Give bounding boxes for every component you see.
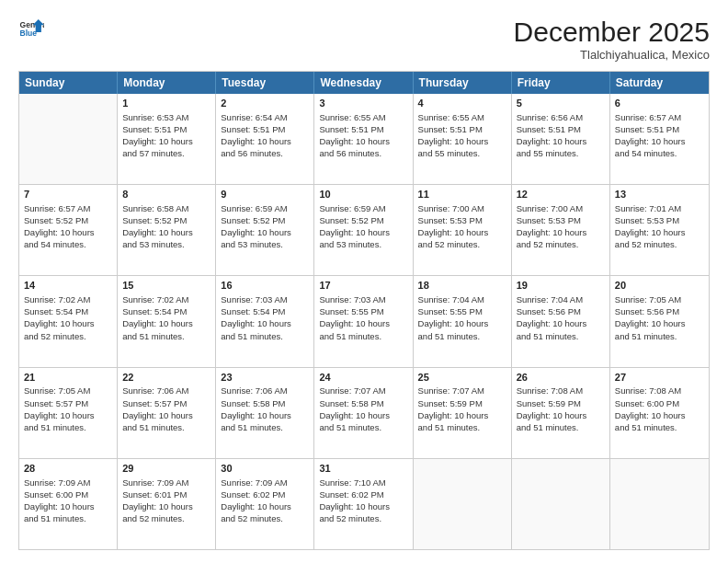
header: General Blue December 2025 Tlalchiyahual…: [18, 17, 710, 62]
day-info: Sunrise: 7:00 AM Sunset: 5:53 PM Dayligh…: [517, 202, 605, 250]
cal-cell: 21Sunrise: 7:05 AM Sunset: 5:57 PM Dayli…: [19, 368, 118, 458]
day-info: Sunrise: 6:53 AM Sunset: 5:51 PM Dayligh…: [122, 111, 210, 159]
week-row-3: 14Sunrise: 7:02 AM Sunset: 5:54 PM Dayli…: [19, 275, 709, 366]
day-number: 22: [122, 371, 210, 385]
day-number: 12: [517, 188, 605, 201]
day-number: 1: [122, 97, 210, 110]
day-number: 3: [319, 97, 407, 110]
day-info: Sunrise: 7:10 AM Sunset: 6:02 PM Dayligh…: [319, 477, 407, 524]
cal-cell: 18Sunrise: 7:04 AM Sunset: 5:55 PM Dayli…: [414, 276, 512, 366]
header-day-thursday: Thursday: [414, 72, 512, 94]
day-number: 21: [24, 371, 112, 385]
day-info: Sunrise: 6:59 AM Sunset: 5:52 PM Dayligh…: [319, 202, 407, 250]
cal-cell: [512, 459, 610, 549]
header-day-sunday: Sunday: [19, 72, 118, 94]
day-number: 17: [319, 279, 407, 293]
logo: General Blue: [18, 17, 44, 42]
header-day-tuesday: Tuesday: [216, 72, 314, 94]
cal-cell: 4Sunrise: 6:55 AM Sunset: 5:51 PM Daylig…: [414, 94, 512, 184]
day-info: Sunrise: 7:08 AM Sunset: 5:59 PM Dayligh…: [517, 385, 605, 432]
cal-cell: 27Sunrise: 7:08 AM Sunset: 6:00 PM Dayli…: [610, 368, 709, 458]
day-info: Sunrise: 7:05 AM Sunset: 5:57 PM Dayligh…: [24, 385, 112, 432]
day-info: Sunrise: 7:06 AM Sunset: 5:57 PM Dayligh…: [122, 385, 210, 432]
cal-cell: 26Sunrise: 7:08 AM Sunset: 5:59 PM Dayli…: [512, 368, 610, 458]
cal-cell: 25Sunrise: 7:07 AM Sunset: 5:59 PM Dayli…: [414, 368, 512, 458]
day-number: 26: [517, 371, 605, 385]
day-info: Sunrise: 7:03 AM Sunset: 5:54 PM Dayligh…: [221, 293, 309, 341]
day-number: 7: [24, 188, 112, 201]
cal-cell: 28Sunrise: 7:09 AM Sunset: 6:00 PM Dayli…: [19, 459, 118, 549]
day-info: Sunrise: 7:04 AM Sunset: 5:55 PM Dayligh…: [418, 293, 506, 341]
week-row-2: 7Sunrise: 6:57 AM Sunset: 5:52 PM Daylig…: [19, 184, 709, 275]
cal-cell: 11Sunrise: 7:00 AM Sunset: 5:53 PM Dayli…: [414, 185, 512, 275]
day-info: Sunrise: 7:09 AM Sunset: 6:02 PM Dayligh…: [221, 477, 309, 524]
cal-cell: 19Sunrise: 7:04 AM Sunset: 5:56 PM Dayli…: [512, 276, 610, 366]
cal-cell: 6Sunrise: 6:57 AM Sunset: 5:51 PM Daylig…: [610, 94, 709, 184]
cal-cell: 9Sunrise: 6:59 AM Sunset: 5:52 PM Daylig…: [216, 185, 314, 275]
day-number: 9: [221, 188, 309, 201]
day-number: 24: [319, 371, 407, 385]
cal-cell: 1Sunrise: 6:53 AM Sunset: 5:51 PM Daylig…: [118, 94, 216, 184]
day-number: 10: [319, 188, 407, 201]
calendar-header: SundayMondayTuesdayWednesdayThursdayFrid…: [19, 72, 709, 94]
day-info: Sunrise: 7:02 AM Sunset: 5:54 PM Dayligh…: [24, 293, 112, 341]
day-number: 2: [221, 97, 309, 110]
day-info: Sunrise: 7:07 AM Sunset: 5:59 PM Dayligh…: [418, 385, 506, 432]
day-number: 23: [221, 371, 309, 385]
day-info: Sunrise: 7:02 AM Sunset: 5:54 PM Dayligh…: [122, 293, 210, 341]
header-day-friday: Friday: [512, 72, 610, 94]
cal-cell: 17Sunrise: 7:03 AM Sunset: 5:55 PM Dayli…: [314, 276, 413, 366]
day-info: Sunrise: 6:54 AM Sunset: 5:51 PM Dayligh…: [221, 111, 309, 159]
day-number: 20: [615, 279, 704, 293]
cal-cell: 10Sunrise: 6:59 AM Sunset: 5:52 PM Dayli…: [314, 185, 413, 275]
day-number: 13: [615, 188, 704, 201]
day-number: 19: [517, 279, 605, 293]
logo-icon: General Blue: [18, 17, 44, 42]
day-number: 6: [615, 97, 704, 110]
cal-cell: 30Sunrise: 7:09 AM Sunset: 6:02 PM Dayli…: [216, 459, 314, 549]
cal-cell: 29Sunrise: 7:09 AM Sunset: 6:01 PM Dayli…: [118, 459, 216, 549]
cal-cell: [414, 459, 512, 549]
day-info: Sunrise: 7:09 AM Sunset: 6:01 PM Dayligh…: [122, 477, 210, 524]
day-number: 30: [221, 462, 309, 476]
day-info: Sunrise: 7:01 AM Sunset: 5:53 PM Dayligh…: [615, 202, 704, 250]
cal-cell: 7Sunrise: 6:57 AM Sunset: 5:52 PM Daylig…: [19, 185, 118, 275]
cal-cell: 15Sunrise: 7:02 AM Sunset: 5:54 PM Dayli…: [118, 276, 216, 366]
header-day-monday: Monday: [118, 72, 216, 94]
day-info: Sunrise: 6:57 AM Sunset: 5:51 PM Dayligh…: [615, 111, 704, 159]
day-number: 29: [122, 462, 210, 476]
calendar-body: 1Sunrise: 6:53 AM Sunset: 5:51 PM Daylig…: [19, 94, 709, 549]
day-number: 11: [418, 188, 506, 201]
cal-cell: 23Sunrise: 7:06 AM Sunset: 5:58 PM Dayli…: [216, 368, 314, 458]
cal-cell: 24Sunrise: 7:07 AM Sunset: 5:58 PM Dayli…: [314, 368, 413, 458]
location: Tlalchiyahualica, Mexico: [514, 48, 710, 62]
day-info: Sunrise: 6:55 AM Sunset: 5:51 PM Dayligh…: [319, 111, 407, 159]
day-number: 28: [24, 462, 112, 476]
cal-cell: [610, 459, 709, 549]
day-info: Sunrise: 7:05 AM Sunset: 5:56 PM Dayligh…: [615, 293, 704, 341]
day-info: Sunrise: 6:56 AM Sunset: 5:51 PM Dayligh…: [517, 111, 605, 159]
day-info: Sunrise: 7:03 AM Sunset: 5:55 PM Dayligh…: [319, 293, 407, 341]
week-row-5: 28Sunrise: 7:09 AM Sunset: 6:00 PM Dayli…: [19, 458, 709, 549]
page: General Blue December 2025 Tlalchiyahual…: [0, 0, 728, 563]
month-title: December 2025: [514, 17, 710, 48]
cal-cell: 14Sunrise: 7:02 AM Sunset: 5:54 PM Dayli…: [19, 276, 118, 366]
day-info: Sunrise: 7:09 AM Sunset: 6:00 PM Dayligh…: [24, 477, 112, 524]
cal-cell: 22Sunrise: 7:06 AM Sunset: 5:57 PM Dayli…: [118, 368, 216, 458]
title-block: December 2025 Tlalchiyahualica, Mexico: [514, 17, 710, 62]
cal-cell: [19, 94, 118, 184]
day-number: 4: [418, 97, 506, 110]
day-info: Sunrise: 7:07 AM Sunset: 5:58 PM Dayligh…: [319, 385, 407, 432]
day-number: 27: [615, 371, 704, 385]
day-info: Sunrise: 7:08 AM Sunset: 6:00 PM Dayligh…: [615, 385, 704, 432]
cal-cell: 2Sunrise: 6:54 AM Sunset: 5:51 PM Daylig…: [216, 94, 314, 184]
cal-cell: 5Sunrise: 6:56 AM Sunset: 5:51 PM Daylig…: [512, 94, 610, 184]
day-number: 14: [24, 279, 112, 293]
day-number: 16: [221, 279, 309, 293]
day-info: Sunrise: 6:58 AM Sunset: 5:52 PM Dayligh…: [122, 202, 210, 250]
day-info: Sunrise: 6:59 AM Sunset: 5:52 PM Dayligh…: [221, 202, 309, 250]
day-number: 5: [517, 97, 605, 110]
day-info: Sunrise: 7:06 AM Sunset: 5:58 PM Dayligh…: [221, 385, 309, 432]
day-number: 15: [122, 279, 210, 293]
cal-cell: 12Sunrise: 7:00 AM Sunset: 5:53 PM Dayli…: [512, 185, 610, 275]
